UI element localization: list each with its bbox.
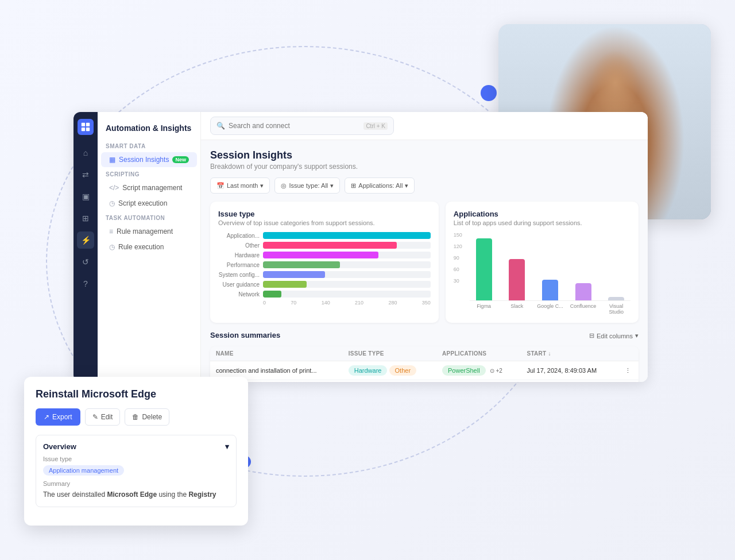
chevron-down-edit: ▾ xyxy=(635,332,639,339)
hbar-label-6: Network xyxy=(218,291,260,298)
filter-issue-type[interactable]: ◎ Issue type: All ▾ xyxy=(274,177,340,194)
nav-item-rule-management[interactable]: ≡ Rule management xyxy=(101,224,197,239)
delete-icon: 🗑 xyxy=(132,413,139,421)
axis-70: 70 xyxy=(291,300,296,306)
calendar-icon: 📅 xyxy=(216,182,225,190)
hbar-row-4: System config... xyxy=(218,271,431,278)
search-input[interactable] xyxy=(229,122,360,130)
col-issue-type: ISSUE TYPE xyxy=(343,346,436,361)
filter-issue-type-label: Issue type: All xyxy=(289,182,328,189)
svg-rect-2 xyxy=(82,128,85,131)
app-logo[interactable] xyxy=(78,119,94,135)
nav-item-script-management[interactable]: </> Script management xyxy=(101,180,197,195)
search-shortcut: Ctrl + K xyxy=(363,122,388,130)
hbar-label-5: User guidance xyxy=(218,281,260,288)
sidebar-layers-icon[interactable]: ⊞ xyxy=(77,210,94,227)
svg-rect-1 xyxy=(86,123,90,126)
filter-last-month[interactable]: 📅 Last month ▾ xyxy=(210,177,270,194)
vbar-label-google: Google C... xyxy=(536,303,564,315)
app-window: ⌂ ⇄ ▣ ⊞ ⚡ ↺ ? Automation & Insights SMAR… xyxy=(74,112,648,382)
y-label-90: 90 xyxy=(454,255,462,261)
table-row[interactable]: connection and installation of print... … xyxy=(210,361,639,380)
hbar-track-4 xyxy=(263,271,431,278)
nav-item-rule-execution[interactable]: ◷ Rule execution xyxy=(101,240,197,254)
row1-start: Jul 17, 2024, 8:49:03 AM xyxy=(521,361,617,380)
bar-confluence xyxy=(575,283,591,300)
overview-section: Overview ▾ Issue type Application manage… xyxy=(36,435,237,507)
main-content: 🔍 Ctrl + K Session Insights Breakdown of… xyxy=(201,112,648,382)
search-bar[interactable]: 🔍 Ctrl + K xyxy=(210,117,394,135)
row2-start: Jul 16, 2024, 9:50:08 AM xyxy=(521,380,617,383)
edit-columns-button[interactable]: ⊟ Edit columns ▾ xyxy=(589,332,639,339)
hbar-label-1: Other xyxy=(218,242,260,249)
tag-plus2: ⊙ +2 xyxy=(490,368,502,374)
row2-issue: Other xyxy=(343,380,436,383)
export-button[interactable]: ↗ Export xyxy=(36,408,80,426)
top-bar: 🔍 Ctrl + K xyxy=(201,112,648,140)
nav-section-smart-data: SMART DATA xyxy=(98,140,200,152)
hbar-track-3 xyxy=(263,261,431,268)
page-title: Session Insights xyxy=(210,149,639,161)
chevron-overview: ▾ xyxy=(225,442,229,451)
sidebar-help-icon[interactable]: ? xyxy=(77,275,94,292)
filter-icon: ◎ xyxy=(281,182,287,190)
row2-menu[interactable]: ⋮ xyxy=(617,380,639,383)
vbar-chart-container: 150 120 90 60 30 xyxy=(454,232,630,315)
hbar-track-2 xyxy=(263,252,431,258)
vbar-confluence xyxy=(569,283,598,300)
hbar-row-0: Application... xyxy=(218,232,431,239)
filter-applications[interactable]: ⊞ Applications: All ▾ xyxy=(345,177,415,194)
vbar-figma xyxy=(470,238,498,300)
table-row[interactable]: ew session Other Confluence Jul 16, 2024… xyxy=(210,380,639,383)
vbar-visual-studio xyxy=(602,297,630,300)
edit-label: Edit xyxy=(101,413,113,421)
nav-label-rule-management: Rule management xyxy=(117,227,173,235)
hbar-track-5 xyxy=(263,281,431,288)
issue-type-label: Issue type xyxy=(43,455,229,462)
chevron-down-icon-2: ▾ xyxy=(330,182,334,190)
vbar-chart xyxy=(470,232,630,301)
y-label-150: 150 xyxy=(454,232,462,238)
vbar-labels: Figma Slack Google C... Confluence xyxy=(470,303,630,315)
svg-rect-3 xyxy=(86,128,90,131)
hbar-fill-3 xyxy=(263,261,340,268)
sidebar-transfer-icon[interactable]: ⇄ xyxy=(77,166,94,183)
row1-menu[interactable]: ⋮ xyxy=(617,361,639,380)
col-start: START ↓ xyxy=(521,346,617,361)
nav-item-session-insights[interactable]: ▦ Session Insights New xyxy=(101,152,197,167)
nav-item-script-execution[interactable]: ◷ Script execution xyxy=(101,196,197,211)
hbar-row-1: Other xyxy=(218,242,431,249)
app-chart-title: Applications xyxy=(454,210,630,218)
hbar-axis: 0 70 140 210 280 350 xyxy=(218,300,431,306)
overview-header[interactable]: Overview ▾ xyxy=(43,442,229,451)
app-chart-subtitle: List of top apps used during support ses… xyxy=(454,219,630,226)
detail-actions: ↗ Export ✎ Edit 🗑 Delete xyxy=(36,408,237,426)
edit-button[interactable]: ✎ Edit xyxy=(85,408,121,426)
sidebar-monitor-icon[interactable]: ▣ xyxy=(77,188,94,205)
edit-icon: ✎ xyxy=(92,413,98,421)
row2-apps: Confluence xyxy=(436,380,521,383)
delete-button[interactable]: 🗑 Delete xyxy=(125,408,169,426)
vbar-label-visual-studio: Visual Studio xyxy=(602,303,630,315)
issue-chart-subtitle: Overview of top issue categories from su… xyxy=(218,219,431,226)
filter-last-month-label: Last month xyxy=(227,182,258,189)
sidebar-automation-icon[interactable]: ⚡ xyxy=(77,231,94,249)
chevron-down-icon-3: ▾ xyxy=(405,182,408,190)
axis-350: 350 xyxy=(422,300,431,306)
summary-edge: Microsoft Edge xyxy=(107,491,157,499)
vbar-y-labels: 150 120 90 60 30 xyxy=(454,232,462,284)
vbar-label-confluence: Confluence xyxy=(569,303,598,315)
sidebar-refresh-icon[interactable]: ↺ xyxy=(77,253,94,271)
script-execution-icon: ◷ xyxy=(109,199,115,207)
horizontal-bar-chart: Application... Other xyxy=(218,232,431,298)
row1-issue: Hardware Other xyxy=(343,361,436,380)
rule-management-icon: ≡ xyxy=(109,227,113,235)
hbar-fill-1 xyxy=(263,242,397,249)
vbar-label-figma: Figma xyxy=(470,303,498,315)
sidebar-home-icon[interactable]: ⌂ xyxy=(77,144,94,161)
tag-hardware: Hardware xyxy=(349,365,388,376)
chevron-down-icon: ▾ xyxy=(260,182,264,190)
table-header-row: NAME ISSUE TYPE APPLICATIONS START ↓ xyxy=(210,346,639,361)
col-actions xyxy=(617,346,639,361)
label-visual-studio: Visual Studio xyxy=(602,303,630,315)
